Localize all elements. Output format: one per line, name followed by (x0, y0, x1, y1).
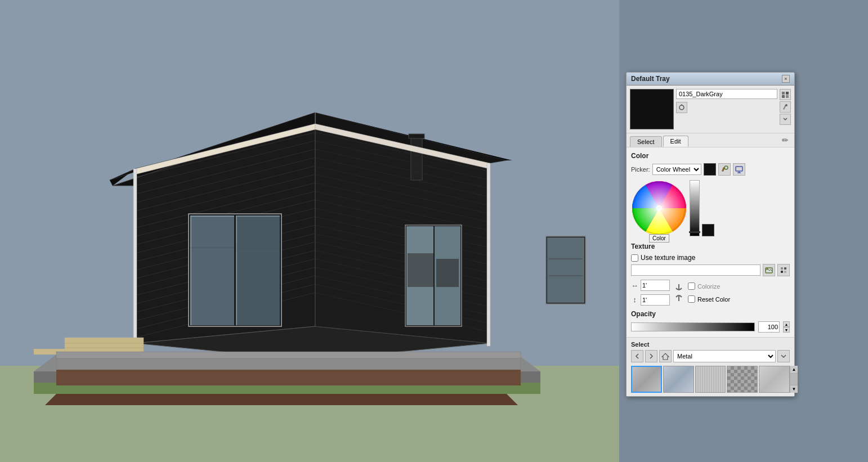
texture-color-btn[interactable] (777, 264, 790, 276)
color-wheel[interactable]: Color (631, 180, 687, 238)
tray-title-bar: Default Tray × (627, 73, 794, 86)
svg-rect-104 (781, 271, 783, 273)
svg-rect-69 (436, 259, 459, 287)
svg-rect-102 (781, 267, 783, 270)
expand-library-btn[interactable] (777, 350, 790, 362)
brightness-slider[interactable] (690, 180, 700, 236)
colorize-reset-area: Colorize Reset Color (688, 282, 730, 303)
tray-close-button[interactable]: × (782, 75, 790, 83)
svg-rect-88 (782, 95, 785, 98)
material-tile-4[interactable] (727, 366, 758, 393)
material-tile-2[interactable] (663, 366, 694, 393)
reset-color-label[interactable]: Reset Color (697, 296, 730, 303)
svg-marker-6 (45, 394, 518, 405)
nav-forward-btn[interactable] (645, 350, 657, 362)
material-paint-btn[interactable] (780, 101, 791, 113)
svg-rect-77 (487, 163, 490, 346)
home-btn[interactable] (659, 350, 672, 362)
dimension-area: ↔ ↕ Colorize (631, 280, 790, 306)
use-texture-checkbox[interactable] (631, 254, 638, 262)
viewport-3d[interactable] (0, 0, 619, 462)
color-wheel-area: Color (631, 180, 790, 238)
bottom-toolbar: Metal Brick and Cladding Colors Concrete… (631, 350, 790, 362)
bottom-select-label: Select (631, 341, 790, 348)
svg-rect-83 (56, 370, 521, 385)
colorize-row: Colorize (688, 282, 730, 290)
tab-bar: Select Edit ✏ (627, 133, 794, 147)
texture-browse-btn[interactable] (763, 264, 775, 276)
material-tile-3[interactable] (695, 366, 726, 393)
sample-paint-btn[interactable] (718, 163, 731, 176)
opacity-section-label: Opacity (631, 310, 790, 318)
svg-rect-82 (56, 358, 521, 370)
horizontal-resize-icon[interactable]: ↔ (631, 281, 638, 290)
svg-rect-78 (65, 338, 144, 353)
material-tiles (631, 366, 790, 393)
material-library-btn[interactable] (780, 89, 791, 100)
nav-back-btn[interactable] (631, 350, 643, 362)
panel-content: Color Picker: Color Wheel HLS HSB RGB Li… (627, 147, 794, 337)
picker-row: Picker: Color Wheel HLS HSB RGB List (631, 163, 790, 176)
material-swatch[interactable] (630, 89, 674, 129)
opacity-decrement-btn[interactable]: ▼ (783, 327, 790, 333)
tab-edit[interactable]: Edit (663, 136, 688, 147)
height-input[interactable] (641, 294, 670, 306)
library-dropdown[interactable]: Metal Brick and Cladding Colors Concrete… (673, 350, 776, 362)
material-tile-1[interactable] (631, 366, 662, 393)
svg-rect-86 (782, 92, 785, 95)
scrollbar-thumb[interactable] (790, 374, 798, 385)
svg-rect-17 (409, 134, 424, 138)
bottom-section: Select Metal Brick and Cladding Colors C… (627, 337, 794, 396)
svg-rect-63 (191, 217, 234, 325)
opacity-slider[interactable] (631, 322, 755, 331)
material-tile-5[interactable] (759, 366, 790, 393)
svg-point-84 (679, 105, 684, 110)
screen-picker-btn[interactable] (733, 163, 745, 176)
material-preview-area (627, 86, 794, 133)
svg-marker-106 (662, 353, 669, 360)
svg-rect-89 (786, 95, 789, 98)
material-arrow-btn[interactable] (780, 114, 791, 125)
color-swatch-btn[interactable] (704, 163, 716, 176)
svg-rect-87 (786, 92, 789, 95)
tiles-scrollbar: ▲ ▼ (790, 366, 798, 393)
svg-rect-64 (237, 217, 280, 325)
svg-point-90 (785, 104, 788, 106)
opacity-increment-btn[interactable]: ▲ (783, 321, 790, 327)
use-texture-label: Use texture image (641, 254, 695, 262)
svg-rect-81 (56, 352, 521, 358)
scrollbar-down-btn[interactable]: ▼ (790, 385, 798, 393)
texture-section-label: Texture (631, 243, 790, 250)
picker-dropdown[interactable]: Color Wheel HLS HSB RGB List (652, 164, 701, 175)
tab-select[interactable]: Select (630, 136, 662, 147)
edit-pencil-icon[interactable]: ✏ (782, 136, 789, 145)
width-input[interactable] (641, 280, 670, 291)
texture-filename-input[interactable] (631, 264, 760, 276)
vertical-resize-icon[interactable]: ↕ (633, 295, 637, 304)
current-color-box[interactable] (702, 224, 714, 236)
opacity-spin: ▲ ▼ (783, 321, 790, 333)
texture-file-row (631, 264, 790, 276)
colorize-label: Colorize (697, 283, 720, 290)
chain-link-icon[interactable] (673, 281, 684, 304)
scrollbar-up-btn[interactable]: ▲ (790, 366, 798, 374)
svg-rect-105 (784, 271, 786, 273)
svg-point-101 (767, 268, 768, 270)
color-section-label: Color (631, 152, 790, 160)
material-name-input[interactable] (676, 89, 777, 99)
material-side-buttons (780, 89, 791, 125)
dim-arrows-left: ↔ ↕ (631, 281, 638, 304)
svg-point-99 (658, 207, 660, 209)
svg-rect-71 (547, 237, 584, 303)
dim-inputs (641, 280, 670, 306)
svg-rect-103 (784, 267, 786, 270)
svg-rect-16 (411, 135, 422, 180)
tray-panel: Default Tray × Select Ed (626, 72, 795, 397)
svg-rect-92 (736, 167, 742, 171)
opacity-value-input[interactable] (758, 321, 780, 333)
reset-color-checkbox[interactable] (688, 295, 695, 303)
reset-color-row: Reset Color (688, 295, 730, 303)
colorize-checkbox[interactable] (688, 282, 695, 290)
svg-rect-68 (408, 253, 433, 287)
material-option-btn-1[interactable] (676, 102, 687, 113)
